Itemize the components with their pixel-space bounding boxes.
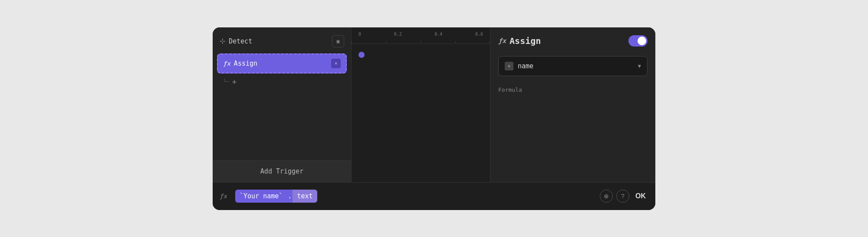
- close-x-icon: ✕: [335, 60, 338, 66]
- right-header: ƒx Assign: [490, 27, 655, 53]
- timeline-dot: [358, 52, 365, 58]
- assign-toggle[interactable]: [628, 35, 648, 47]
- formula-string-token: `Your name`: [235, 190, 287, 203]
- detect-header: ⊹ Detect ▣: [213, 27, 351, 53]
- add-trigger-label: Add Trigger: [260, 167, 303, 175]
- add-child-indent: └─: [223, 79, 229, 84]
- assign-row[interactable]: ƒx Assign ✕: [217, 53, 347, 73]
- ruler-inner: 0 0.2 0.4 0.6: [352, 32, 490, 37]
- toggle-knob: [638, 37, 646, 45]
- formula-bar: ƒx `Your name` . text ⊕ ? OK: [213, 182, 655, 210]
- formula-section-label: Formula: [490, 80, 655, 97]
- dropdown-arrow-icon: ▼: [638, 63, 641, 69]
- ruler-mark-0: 0: [358, 32, 361, 37]
- ruler-container: 0 0.2 0.4 0.6: [352, 27, 490, 41]
- right-title-label: Assign: [510, 36, 541, 46]
- variable-select[interactable]: ✕ name ▼: [498, 56, 648, 76]
- left-panel: ⊹ Detect ▣ ƒx Assign ✕ └─ + Add Trigger: [213, 27, 352, 182]
- formula-add-button[interactable]: ⊕: [600, 190, 613, 203]
- crosshair-icon: ⊹: [220, 37, 225, 45]
- formula-actions: ⊕ ? OK: [600, 190, 648, 203]
- right-fx-icon: ƒx: [498, 37, 506, 45]
- right-panel: ƒx Assign ✕ name ▼ Formula: [490, 27, 655, 182]
- add-trigger-button[interactable]: Add Trigger: [213, 160, 351, 182]
- main-panel: ⊹ Detect ▣ ƒx Assign ✕ └─ + Add Trigger: [213, 27, 655, 210]
- ruler-mark-3: 0.6: [475, 32, 483, 37]
- add-child-icon: +: [232, 78, 237, 86]
- ruler-mark-2: 0.4: [434, 32, 442, 37]
- panel-toggle-button[interactable]: ▣: [332, 35, 344, 47]
- formula-help-button[interactable]: ?: [616, 190, 629, 203]
- formula-dot: .: [287, 190, 293, 203]
- variable-name: name: [518, 62, 634, 70]
- question-icon: ?: [621, 193, 625, 200]
- variable-x-badge: ✕: [505, 62, 513, 70]
- add-circle-icon: ⊕: [604, 193, 609, 200]
- ruler-ticks: [352, 41, 490, 44]
- ruler-mark-1: 0.2: [394, 32, 402, 37]
- add-child-row[interactable]: └─ +: [213, 75, 351, 90]
- ok-button[interactable]: OK: [633, 190, 648, 202]
- formula-method-token: text: [293, 190, 317, 203]
- top-section: ⊹ Detect ▣ ƒx Assign ✕ └─ + Add Trigger: [213, 27, 655, 182]
- ruler-numbers: 0 0.2 0.4 0.6: [358, 32, 483, 37]
- timeline-content: [352, 44, 490, 182]
- assign-close-button[interactable]: ✕: [331, 59, 341, 68]
- panel-icon: ▣: [336, 38, 339, 44]
- formula-input[interactable]: `Your name` . text: [235, 190, 595, 203]
- right-title: ƒx Assign: [498, 36, 541, 46]
- detect-title: ⊹ Detect: [220, 37, 252, 45]
- variable-x-icon: ✕: [508, 63, 510, 68]
- assign-fx-icon: ƒx: [223, 60, 230, 67]
- timeline-panel: 0 0.2 0.4 0.6: [352, 27, 490, 182]
- formula-fx-icon: ƒx: [220, 193, 230, 200]
- assign-row-label: Assign: [234, 60, 328, 67]
- detect-label: Detect: [229, 37, 252, 45]
